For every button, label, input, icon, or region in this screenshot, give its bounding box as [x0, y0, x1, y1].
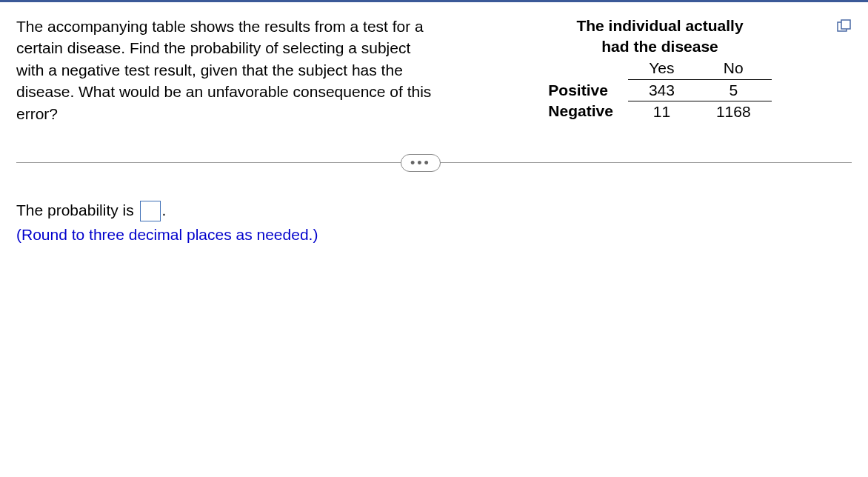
data-table: Yes No Positive 343 5 Negative 11 1168: [548, 59, 771, 122]
header-empty: [548, 59, 628, 80]
question-text: The accompanying table shows the results…: [16, 16, 438, 124]
answer-section: The probability is . (Round to three dec…: [16, 199, 852, 247]
header-no: No: [695, 59, 772, 80]
top-section: The accompanying table shows the results…: [16, 16, 852, 124]
cell-positive-no: 5: [695, 79, 772, 101]
row-positive: Positive 343 5: [548, 79, 771, 101]
answer-prefix: The probability is: [16, 201, 138, 219]
cell-negative-no: 1168: [695, 101, 772, 122]
table-title: The individual actually had the disease: [468, 16, 852, 58]
cell-positive-yes: 343: [628, 79, 695, 101]
expand-pill[interactable]: •••: [401, 154, 441, 172]
copy-icon[interactable]: [837, 19, 852, 32]
content-wrapper: The accompanying table shows the results…: [0, 2, 868, 247]
svg-rect-1: [841, 20, 850, 29]
table-title-line2: had the disease: [601, 38, 718, 55]
answer-suffix: .: [162, 201, 167, 219]
probability-input[interactable]: [140, 201, 161, 221]
answer-line: The probability is .: [16, 199, 852, 223]
table-section: The individual actually had the disease …: [468, 16, 852, 122]
row-negative-label: Negative: [548, 101, 628, 122]
cell-negative-yes: 11: [628, 101, 695, 122]
table-title-line1: The individual actually: [576, 17, 743, 34]
rounding-hint: (Round to three decimal places as needed…: [16, 223, 852, 247]
section-divider: •••: [16, 156, 852, 170]
row-negative: Negative 11 1168: [548, 101, 771, 122]
row-positive-label: Positive: [548, 79, 628, 101]
table-header-row: Yes No: [548, 59, 771, 80]
header-yes: Yes: [628, 59, 695, 80]
